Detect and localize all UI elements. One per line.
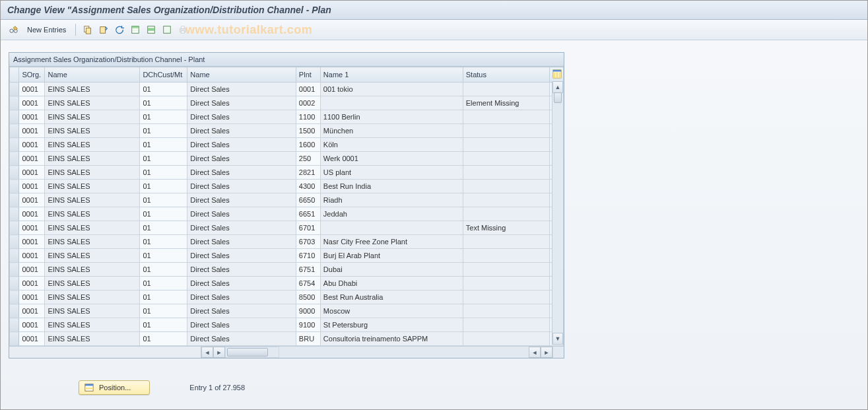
cell-sorg[interactable]: 0001 xyxy=(19,83,45,96)
cell-sorg[interactable]: 0001 xyxy=(19,318,45,332)
cell-plnt[interactable]: BRU xyxy=(296,332,320,346)
cell-dch[interactable]: 01 xyxy=(140,83,187,96)
row-selector[interactable] xyxy=(10,304,19,318)
row-selector[interactable] xyxy=(10,318,19,332)
cell-plnt[interactable]: 6701 xyxy=(296,221,320,235)
table-row[interactable]: 0001EINS SALES01Direct Sales8500Best Run… xyxy=(10,290,564,304)
scroll-down-button[interactable]: ▼ xyxy=(552,333,563,345)
table-row[interactable]: 0001EINS SALES01Direct Sales6650Riadh xyxy=(10,193,564,207)
cell-dch[interactable]: 01 xyxy=(140,124,187,138)
table-row[interactable]: 0001EINS SALES01Direct Sales2821US plant xyxy=(10,166,564,180)
cell-sorg[interactable]: 0001 xyxy=(19,235,45,249)
cell-dch[interactable]: 01 xyxy=(140,249,187,263)
cell-dch[interactable]: 01 xyxy=(140,166,187,180)
cell-plnt[interactable]: 6751 xyxy=(296,263,320,277)
cell-sorg[interactable]: 0001 xyxy=(19,138,45,152)
row-selector[interactable] xyxy=(10,277,19,290)
table-row[interactable]: 0001EINS SALES01Direct Sales6651Jeddah xyxy=(10,207,564,221)
cell-sorg[interactable]: 0001 xyxy=(19,290,45,304)
position-button[interactable]: Position... xyxy=(79,380,150,395)
cell-plnt[interactable]: 8500 xyxy=(296,290,320,304)
table-row[interactable]: 0001EINS SALES01Direct Sales6751Dubai xyxy=(10,263,564,277)
table-row[interactable]: 0001EINS SALES01Direct Sales6754Abu Dhab… xyxy=(10,277,564,290)
cell-sorg[interactable]: 0001 xyxy=(19,277,45,290)
cell-dch[interactable]: 01 xyxy=(140,180,187,193)
row-selector[interactable] xyxy=(10,221,19,235)
cell-sorg[interactable]: 0001 xyxy=(19,152,45,166)
row-selector[interactable] xyxy=(10,83,19,96)
row-selector[interactable] xyxy=(10,110,19,124)
cell-sorg[interactable]: 0001 xyxy=(19,263,45,277)
row-selector[interactable] xyxy=(10,235,19,249)
toggle-display-change-button[interactable] xyxy=(7,23,20,36)
cell-plnt[interactable]: 6703 xyxy=(296,235,320,249)
cell-dch[interactable]: 01 xyxy=(140,96,187,110)
cell-plnt[interactable]: 6651 xyxy=(296,207,320,221)
cell-plnt[interactable]: 0002 xyxy=(296,96,320,110)
cell-sorg[interactable]: 0001 xyxy=(19,304,45,318)
row-selector[interactable] xyxy=(10,193,19,207)
copy-as-button[interactable] xyxy=(81,23,94,36)
vscroll-track[interactable] xyxy=(552,92,563,333)
scroll-right-button[interactable]: ► xyxy=(213,347,225,358)
deselect-all-button[interactable] xyxy=(160,23,174,36)
table-row[interactable]: 0001EINS SALES01Direct Sales0001001 toki… xyxy=(10,83,564,96)
col-plnt-header[interactable]: Plnt xyxy=(296,67,320,83)
table-row[interactable]: 0001EINS SALES01Direct SalesBRUConsultor… xyxy=(10,332,564,346)
hscroll-thumb[interactable] xyxy=(227,348,268,357)
configure-columns-button[interactable] xyxy=(550,67,564,83)
cell-dch[interactable]: 01 xyxy=(140,332,187,346)
col-dch-header[interactable]: DChCust/Mt xyxy=(140,67,187,83)
table-row[interactable]: 0001EINS SALES01Direct Sales6710Burj El … xyxy=(10,249,564,263)
row-selector[interactable] xyxy=(10,96,19,110)
select-block-button[interactable] xyxy=(145,23,158,36)
table-row[interactable]: 0001EINS SALES01Direct Sales250Werk 0001 xyxy=(10,152,564,166)
cell-plnt[interactable]: 1100 xyxy=(296,110,320,124)
col-sorg-header[interactable]: SOrg. xyxy=(19,67,45,83)
cell-sorg[interactable]: 0001 xyxy=(19,332,45,346)
cell-plnt[interactable]: 9100 xyxy=(296,318,320,332)
new-entries-button[interactable]: New Entries xyxy=(23,26,70,34)
table-row[interactable]: 0001EINS SALES01Direct Sales1600Köln xyxy=(10,138,564,152)
cell-sorg[interactable]: 0001 xyxy=(19,166,45,180)
col-status-header[interactable]: Status xyxy=(463,67,550,83)
cell-dch[interactable]: 01 xyxy=(140,110,187,124)
undo-change-button[interactable] xyxy=(113,23,126,36)
cell-dch[interactable]: 01 xyxy=(140,138,187,152)
select-all-button[interactable] xyxy=(129,23,142,36)
scroll-right-button-2[interactable]: ► xyxy=(541,347,552,358)
table-row[interactable]: 0001EINS SALES01Direct Sales1500München xyxy=(10,124,564,138)
table-row[interactable]: 0001EINS SALES01Direct Sales9100St Peter… xyxy=(10,318,564,332)
cell-sorg[interactable]: 0001 xyxy=(19,249,45,263)
table-row[interactable]: 0001EINS SALES01Direct Sales6703Nasr Cit… xyxy=(10,235,564,249)
table-row[interactable]: 0001EINS SALES01Direct Sales4300Best Run… xyxy=(10,180,564,193)
cell-sorg[interactable]: 0001 xyxy=(19,110,45,124)
vertical-scrollbar[interactable]: ▲ ▼ xyxy=(552,81,563,345)
row-selector[interactable] xyxy=(10,124,19,138)
cell-sorg[interactable]: 0001 xyxy=(19,124,45,138)
col-name2-header[interactable]: Name xyxy=(187,67,296,83)
cell-sorg[interactable]: 0001 xyxy=(19,207,45,221)
cell-plnt[interactable]: 1500 xyxy=(296,124,320,138)
cell-plnt[interactable]: 2821 xyxy=(296,166,320,180)
delete-button[interactable] xyxy=(97,23,110,36)
row-selector[interactable] xyxy=(10,249,19,263)
table-row[interactable]: 0001EINS SALES01Direct Sales9000Moscow xyxy=(10,304,564,318)
row-selector[interactable] xyxy=(10,290,19,304)
cell-plnt[interactable]: 6650 xyxy=(296,193,320,207)
row-selector[interactable] xyxy=(10,332,19,346)
cell-plnt[interactable]: 9000 xyxy=(296,304,320,318)
cell-dch[interactable]: 01 xyxy=(140,277,187,290)
cell-plnt[interactable]: 1600 xyxy=(296,138,320,152)
scroll-left-button-2[interactable]: ◄ xyxy=(529,347,541,358)
cell-dch[interactable]: 01 xyxy=(140,318,187,332)
cell-sorg[interactable]: 0001 xyxy=(19,221,45,235)
table-row[interactable]: 0001EINS SALES01Direct Sales6701Text Mis… xyxy=(10,221,564,235)
cell-plnt[interactable]: 6754 xyxy=(296,277,320,290)
cell-dch[interactable]: 01 xyxy=(140,235,187,249)
vscroll-thumb[interactable] xyxy=(554,92,562,103)
cell-sorg[interactable]: 0001 xyxy=(19,180,45,193)
row-selector[interactable] xyxy=(10,180,19,193)
cell-plnt[interactable]: 4300 xyxy=(296,180,320,193)
horizontal-scrollbar[interactable]: ◄ ► ◄ ► xyxy=(9,346,564,358)
